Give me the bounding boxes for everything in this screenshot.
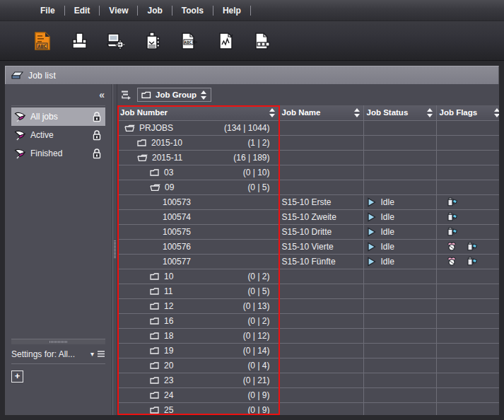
column-header-job-status[interactable]: Job Status [363, 105, 436, 120]
table-row[interactable]: 100575S15-10 DritteIdle [117, 224, 499, 239]
cell-job-flags[interactable] [436, 313, 499, 328]
sort-updown-icon[interactable] [269, 108, 276, 117]
table-row[interactable]: 03(0 | 10) [117, 165, 499, 180]
job-queue-icon[interactable] [253, 30, 273, 52]
cell-job-flags[interactable] [436, 224, 499, 239]
cell-job-status[interactable]: Idle [363, 194, 436, 209]
new-job-abc-icon[interactable]: ABC [33, 30, 52, 52]
cell-job-name[interactable] [279, 313, 363, 328]
table-row[interactable]: 100576S15-10 VierteIdle [117, 239, 499, 254]
cell-job-status[interactable] [363, 120, 436, 135]
table-row[interactable]: 100574S15-10 ZweiteIdle [117, 209, 499, 224]
table-row[interactable]: 10(0 | 2) [117, 269, 499, 284]
cell-job-number[interactable]: 2015-11(16 | 189) [117, 150, 279, 165]
cell-job-number[interactable]: 10(0 | 2) [117, 269, 279, 284]
menu-item-file[interactable]: File [31, 0, 64, 21]
workstation-settings-icon[interactable] [106, 30, 126, 52]
menu-item-help[interactable]: Help [213, 0, 250, 21]
cell-job-name[interactable] [279, 150, 363, 165]
menu-item-edit[interactable]: Edit [65, 0, 100, 21]
sort-updown-icon[interactable] [494, 108, 500, 117]
cell-job-flags[interactable] [436, 343, 499, 358]
job-abc-import-icon[interactable]: ABC [180, 30, 199, 52]
cell-job-status[interactable]: Idle [363, 239, 436, 254]
table-row[interactable]: 25(0 | 9) [117, 402, 499, 415]
table-row[interactable]: 20(0 | 4) [117, 358, 499, 373]
cell-job-flags[interactable] [436, 284, 499, 298]
column-header-job-flags[interactable]: Job Flags [436, 105, 499, 120]
sidebar-item-all-jobs[interactable]: All jobs [11, 107, 105, 126]
cell-job-number[interactable]: 2015-10(1 | 2) [117, 135, 279, 150]
cell-job-status[interactable] [363, 298, 436, 313]
cell-job-name[interactable] [279, 343, 363, 358]
cell-job-status[interactable] [363, 269, 436, 284]
cell-job-number[interactable]: 25(0 | 9) [117, 402, 279, 415]
cell-job-number[interactable]: 09(0 | 5) [117, 180, 279, 194]
cell-job-name[interactable] [279, 373, 363, 387]
vertical-splitter[interactable] [112, 84, 117, 415]
cell-job-number[interactable]: 100574 [117, 209, 279, 224]
cell-job-name[interactable]: S15-10 Erste [279, 194, 363, 209]
cell-job-flags[interactable] [436, 373, 499, 387]
cell-job-name[interactable] [279, 298, 363, 313]
table-row[interactable]: PRJOBS(134 | 1044) [117, 120, 499, 135]
cell-job-number[interactable]: 03(0 | 10) [117, 165, 279, 180]
cell-job-name[interactable]: S15-10 Fünfte [279, 254, 363, 269]
cell-job-flags[interactable] [436, 387, 499, 402]
sidebar-item-finished[interactable]: Finished [11, 144, 105, 163]
table-row[interactable]: 18(0 | 12) [117, 328, 499, 343]
cell-job-number[interactable]: 16(0 | 2) [117, 313, 279, 328]
cell-job-status[interactable] [363, 328, 436, 343]
cell-job-name[interactable] [279, 328, 363, 343]
cell-job-flags[interactable] [436, 150, 499, 165]
cell-job-flags[interactable] [436, 298, 499, 313]
cell-job-name[interactable] [279, 402, 363, 415]
cell-job-status[interactable] [363, 343, 436, 358]
cell-job-status[interactable]: Idle [363, 254, 436, 269]
cell-job-flags[interactable] [436, 209, 499, 224]
cell-job-flags[interactable] [436, 165, 499, 180]
table-row[interactable]: 100577S15-10 FünfteIdle [117, 254, 499, 269]
table-row[interactable]: 23(0 | 21) [117, 373, 499, 387]
hamburger-menu-icon[interactable] [97, 350, 105, 358]
cell-job-status[interactable]: Idle [363, 224, 436, 239]
cell-job-status[interactable] [363, 387, 436, 402]
cell-job-name[interactable] [279, 180, 363, 194]
cell-job-status[interactable] [363, 284, 436, 298]
collapse-panel-icon[interactable]: « [99, 90, 105, 100]
cell-job-status[interactable] [363, 373, 436, 387]
cell-job-number[interactable]: 100573 [117, 194, 279, 209]
cell-job-flags[interactable] [436, 239, 499, 254]
cell-job-name[interactable]: S15-10 Dritte [279, 224, 363, 239]
cell-job-status[interactable] [363, 402, 436, 415]
cell-job-flags[interactable] [436, 358, 499, 373]
cell-job-name[interactable] [279, 120, 363, 135]
cell-job-name[interactable]: S15-10 Zweite [279, 209, 363, 224]
report-chart-icon[interactable] [216, 30, 236, 52]
cell-job-flags[interactable] [436, 120, 499, 135]
cell-job-status[interactable] [363, 313, 436, 328]
table-row[interactable]: 09(0 | 5) [117, 180, 499, 194]
add-setting-button[interactable]: + [11, 371, 23, 383]
cell-job-number[interactable]: 20(0 | 4) [117, 358, 279, 373]
cell-job-number[interactable]: PRJOBS(134 | 1044) [117, 120, 279, 135]
cell-job-name[interactable] [279, 284, 363, 298]
chevron-down-icon[interactable]: ▾ [90, 350, 94, 358]
cell-job-number[interactable]: 100576 [117, 239, 279, 254]
menu-item-tools[interactable]: Tools [172, 0, 213, 21]
cell-job-name[interactable] [279, 387, 363, 402]
cell-job-flags[interactable] [436, 135, 499, 150]
cell-job-status[interactable] [363, 180, 436, 194]
table-row[interactable]: 24(0 | 9) [117, 387, 499, 402]
cell-job-flags[interactable] [436, 269, 499, 284]
cell-job-number[interactable]: 23(0 | 21) [117, 373, 279, 387]
sidebar-item-active[interactable]: Active [11, 126, 105, 144]
sort-updown-icon[interactable] [201, 91, 207, 100]
column-header-job-number[interactable]: Job Number [117, 105, 279, 120]
sidebar-horizontal-splitter[interactable] [11, 339, 105, 344]
menu-item-job[interactable]: Job [138, 0, 171, 21]
cell-job-name[interactable] [279, 269, 363, 284]
sort-updown-icon[interactable] [354, 108, 361, 117]
cell-job-number[interactable]: 100575 [117, 224, 279, 239]
tree-structure-icon[interactable] [121, 90, 131, 100]
